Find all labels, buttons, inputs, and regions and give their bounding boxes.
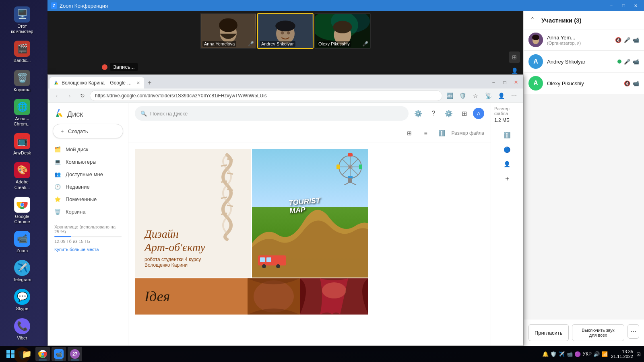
nav-computers[interactable]: 💻 Компьютеры: [48, 156, 123, 168]
drive-details-panel: Размер файла 1.2 МБ ℹ️ 🔵 👤 ＋: [491, 103, 523, 346]
close-button[interactable]: ✕: [630, 2, 641, 10]
file-size-label: Размер файла: [451, 130, 484, 136]
antivirus-icon[interactable]: 🛡️: [550, 351, 557, 357]
list-view-button[interactable]: ≡: [419, 127, 432, 140]
more-menu-button[interactable]: ⋯: [508, 90, 520, 101]
chrome-minimize-button[interactable]: −: [488, 78, 499, 87]
icon-telegram[interactable]: ✈️ Telegram: [4, 257, 40, 285]
side-icon-1[interactable]: ℹ️: [502, 130, 513, 141]
olexy-video-cam-icon: 📹: [633, 80, 639, 86]
svg-line-43: [352, 183, 356, 185]
address-bar[interactable]: https://drive.google.com/drive/folders/1…: [90, 90, 442, 101]
chrome-maximize-button[interactable]: □: [500, 78, 510, 87]
icon-anydesk[interactable]: 📺 AnyDesk: [4, 131, 40, 158]
grid-view-button[interactable]: ⊞: [403, 127, 416, 140]
side-add-button[interactable]: ＋: [502, 173, 513, 184]
active-tab[interactable]: Волощенко Карина – Google Д... ✕: [50, 77, 144, 88]
search-bar[interactable]: 🔍 Поиск на Диске: [135, 106, 409, 121]
info-panel-button[interactable]: ℹ️: [435, 127, 448, 140]
tab-close-icon[interactable]: ✕: [136, 80, 140, 86]
spiral-decoration: [211, 153, 243, 241]
participant-anna: Anna Yem... (Организатор, я) 🔇 🎤 📹: [524, 29, 644, 51]
back-button[interactable]: ‹: [51, 90, 62, 101]
mute-all-button[interactable]: Выключить звук для всех: [572, 324, 625, 341]
icon-adobe[interactable]: 🎨 AdobeCreati...: [4, 160, 40, 192]
extension-icon[interactable]: 🛡️: [457, 90, 468, 101]
icon-zoom[interactable]: 📹 Zoom: [4, 228, 40, 256]
canyon-slot-texture: [300, 278, 368, 315]
chrome-close-button[interactable]: ✕: [511, 78, 521, 87]
maximize-button[interactable]: □: [618, 2, 629, 10]
minimize-button[interactable]: −: [606, 2, 617, 10]
video-thumb-andrey[interactable]: Andrey Shkolyar: [257, 13, 314, 49]
andrey-audio-active-icon: [617, 60, 621, 64]
video-thumb-olexy[interactable]: Olexy Pikucshiy 🎤: [314, 13, 371, 49]
anna-mic-icon: 🎤: [624, 37, 630, 43]
more-options-button[interactable]: ···: [627, 324, 639, 339]
svg-point-56: [41, 353, 44, 355]
side-icon-2[interactable]: 🔵: [502, 144, 513, 155]
create-button[interactable]: ＋ Создать: [53, 124, 123, 138]
computers-icon: 💻: [54, 159, 61, 165]
keyboard-layout[interactable]: УКР: [582, 351, 592, 357]
badge-tray-icon[interactable]: 🟣: [574, 351, 581, 357]
filter-icon[interactable]: ⚙️: [412, 107, 425, 120]
bookmark-icon[interactable]: ☆: [470, 90, 481, 101]
icon-anna-chrome[interactable]: 🌐 Анна –Chrom...: [4, 97, 40, 129]
side-icon-3[interactable]: 👤: [502, 158, 513, 170]
taskbar-notification[interactable]: 27: [68, 347, 82, 361]
anna-participant-avatar: [528, 33, 543, 47]
zoom-logo-icon: Z: [51, 2, 57, 9]
file-size-display: 1.2 МБ: [494, 117, 520, 123]
taskbar-zoom[interactable]: 📹: [52, 347, 66, 361]
design-card-right: TOURISTMAP: [252, 149, 368, 278]
telegram-tray-icon[interactable]: ✈️: [558, 351, 565, 357]
help-icon[interactable]: ?: [427, 107, 440, 120]
svg-rect-45: [260, 257, 265, 262]
refresh-button[interactable]: ↻: [77, 90, 88, 101]
nav-my-drive[interactable]: 🗂️ Мой диск: [48, 143, 123, 156]
notification-icon[interactable]: 🔔: [542, 351, 549, 357]
side-action-icons: ℹ️ 🔵 👤 ＋: [494, 130, 520, 184]
taskbar-file-explorer[interactable]: 📁: [19, 347, 34, 361]
new-tab-button[interactable]: +: [144, 77, 155, 88]
svg-point-3: [21, 203, 24, 206]
account-avatar[interactable]: A: [473, 108, 484, 119]
nav-recent[interactable]: 🕐 Недавние: [48, 181, 123, 193]
icon-this-pc[interactable]: 🖥️ Этоткомпьютер: [4, 4, 40, 37]
anna-participant-role: (Организатор, я): [547, 41, 615, 45]
zoom-tray-icon[interactable]: 📹: [566, 351, 573, 357]
read-aloud-icon[interactable]: 🔤: [444, 90, 455, 101]
icon-viber[interactable]: 📞 Viber: [4, 316, 40, 343]
icon-google-chrome[interactable]: GoogleChrome: [4, 194, 40, 227]
invite-button[interactable]: Пригласить: [528, 324, 569, 341]
profile-icon[interactable]: 👤: [495, 90, 507, 101]
drive-main: 🔍 Поиск на Диске ⚙️ ? ⚙️ ⊞ A ⊞ ≡: [128, 103, 491, 346]
buy-more-storage-button[interactable]: Купить больше места: [48, 247, 128, 252]
icon-basket[interactable]: 🗑️ Корзина: [4, 68, 40, 95]
nav-starred[interactable]: ⭐ Помеченные: [48, 193, 123, 206]
taskbar-clock[interactable]: 13:35 21.11.2022: [611, 349, 633, 359]
forward-button[interactable]: ›: [64, 90, 75, 101]
taskbar-chrome[interactable]: [35, 347, 50, 361]
volume-icon[interactable]: 🔊: [593, 351, 600, 357]
apps-icon[interactable]: ⊞: [458, 107, 471, 120]
show-desktop-button[interactable]: ⊡: [636, 351, 641, 357]
grid-view-icon[interactable]: ⊞: [509, 51, 520, 63]
icon-skype[interactable]: 💬 Skype: [4, 286, 40, 314]
address-url: https://drive.google.com/drive/folders/1…: [95, 93, 267, 99]
cast-icon[interactable]: 📡: [483, 90, 494, 101]
network-icon[interactable]: 📶: [601, 351, 608, 357]
video-thumb-anna[interactable]: Anna Yemelova 🎤: [200, 13, 256, 49]
icon-bandic[interactable]: 🎬 Bandic...: [4, 38, 40, 66]
clock-date: 21.11.2022: [611, 354, 633, 359]
nav-shared[interactable]: 👥 Доступные мне: [48, 168, 123, 181]
settings-icon[interactable]: ⚙️: [442, 107, 455, 120]
start-button[interactable]: [3, 347, 18, 361]
collapse-panel-button[interactable]: ⌃: [530, 16, 538, 24]
anna-label: Anna Yemelova: [202, 41, 236, 47]
nav-trash[interactable]: 🗑️ Корзина: [48, 206, 123, 218]
participant-olexy: A Olexy Pikucshiy 🔇 📹: [524, 73, 644, 94]
participants-panel: ⌃ Участники (3) Anna Yem...: [523, 11, 644, 346]
anna-info: Anna Yem... (Организатор, я): [547, 35, 615, 45]
